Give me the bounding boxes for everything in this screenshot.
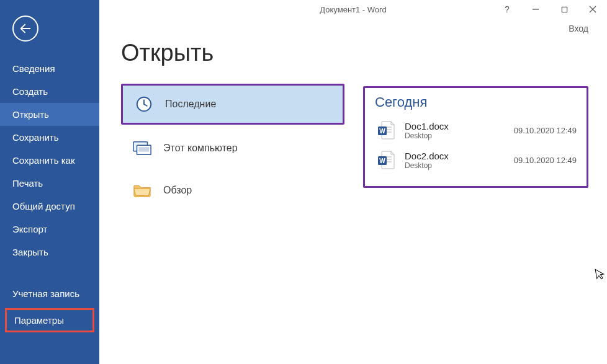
nav-item-options[interactable]: Параметры [5, 308, 94, 332]
maximize-icon [561, 6, 568, 13]
nav-item-info[interactable]: Сведения [0, 57, 99, 80]
nav-item-share[interactable]: Общий доступ [0, 195, 99, 218]
file-name: Doc2.docx [405, 151, 506, 161]
minimize-button[interactable] [521, 0, 550, 19]
nav-item-print[interactable]: Печать [0, 172, 99, 195]
nav-item-account[interactable]: Учетная запись [0, 282, 99, 305]
nav-item-save-as[interactable]: Сохранить как [0, 149, 99, 172]
titlebar: Документ1 - Word ? [99, 0, 607, 19]
source-recent-label: Последние [165, 99, 216, 110]
nav-item-close[interactable]: Закрыть [0, 241, 99, 264]
word-doc-icon: W [375, 119, 397, 141]
help-button[interactable]: ? [493, 0, 521, 19]
close-icon [589, 6, 596, 13]
file-row[interactable]: W Doc1.docx Desktop 09.10.2020 12:49 [375, 115, 577, 145]
source-this-pc-label: Этот компьютер [163, 143, 238, 154]
close-button[interactable] [578, 0, 607, 19]
file-timestamp: 09.10.2020 12:49 [514, 126, 577, 135]
file-timestamp: 09.10.2020 12:49 [514, 156, 577, 165]
word-doc-icon: W [375, 149, 397, 171]
nav-item-save[interactable]: Сохранить [0, 126, 99, 149]
nav-item-new[interactable]: Создать [0, 80, 99, 103]
svg-text:W: W [379, 128, 385, 135]
computer-icon [132, 138, 152, 158]
source-browse-label: Обзор [163, 185, 192, 196]
back-arrow-icon [19, 22, 32, 35]
nav-item-open[interactable]: Открыть [0, 103, 99, 126]
window-title: Документ1 - Word [320, 5, 386, 14]
svg-rect-5 [138, 147, 149, 152]
page-title: Открыть [121, 40, 344, 66]
signin-link[interactable]: Вход [569, 24, 588, 33]
backstage-sidebar: Сведения Создать Открыть Сохранить Сохра… [0, 0, 99, 364]
file-name: Doc1.docx [405, 121, 506, 131]
source-browse[interactable]: Обзор [121, 172, 344, 209]
source-this-pc[interactable]: Этот компьютер [121, 130, 344, 167]
nav-item-export[interactable]: Экспорт [0, 218, 99, 241]
file-location: Desktop [405, 131, 506, 140]
main-area: Документ1 - Word ? Вход Открыть [99, 0, 607, 364]
maximize-button[interactable] [550, 0, 578, 19]
minimize-icon [532, 6, 539, 13]
source-recent[interactable]: Последние [121, 84, 344, 125]
svg-text:W: W [379, 158, 385, 164]
svg-rect-1 [562, 7, 567, 12]
clock-icon [134, 94, 154, 114]
back-button[interactable] [12, 16, 38, 42]
folder-icon [132, 180, 152, 200]
file-location: Desktop [405, 161, 506, 170]
recent-files-panel: Сегодня W Doc1.docx Desktop 09.10.2020 1… [363, 86, 588, 188]
files-section-title: Сегодня [375, 94, 577, 110]
file-row[interactable]: W Doc2.docx Desktop 09.10.2020 12:49 [375, 145, 577, 175]
